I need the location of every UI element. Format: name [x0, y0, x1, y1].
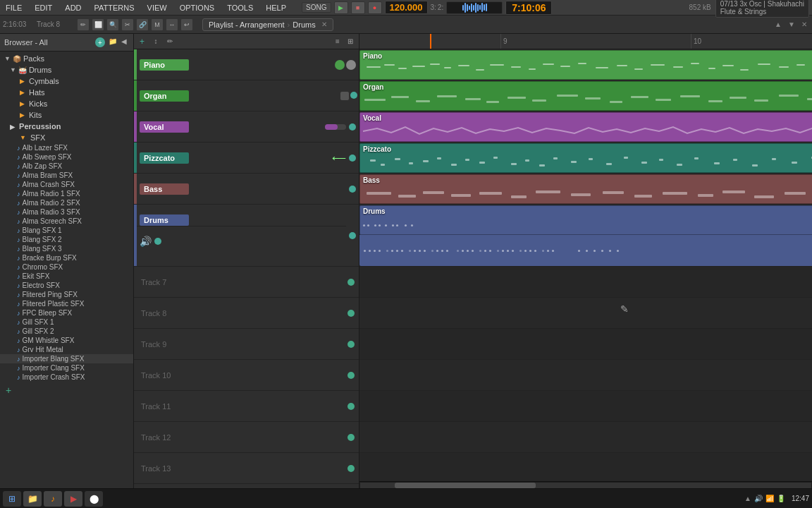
th-playlist-icon[interactable]: ≡ — [332, 36, 343, 47]
menu-help[interactable]: HELP — [263, 2, 289, 13]
playlist-nav-down[interactable]: ▼ — [786, 19, 797, 30]
menu-view[interactable]: VIEW — [144, 2, 170, 13]
piano-clip[interactable]: Piano — [359, 50, 812, 80]
tree-item-hats[interactable]: ▶ Hats — [0, 87, 133, 98]
tb-glue[interactable]: 🔗 — [136, 18, 149, 31]
piano-solo-btn[interactable] — [346, 60, 356, 70]
tb-undo[interactable]: ↩ — [180, 18, 193, 31]
file-alb-zap[interactable]: ♪Alb Zap SFX — [0, 162, 133, 171]
tracks-grid[interactable]: Piano — [359, 49, 812, 481]
drums-mute-btn[interactable] — [349, 232, 356, 239]
bass-clip[interactable]: Bass — [359, 174, 812, 204]
organ-ctrl-2[interactable] — [350, 92, 357, 99]
tree-item-kicks[interactable]: ▶ Kicks — [0, 98, 133, 109]
grid-row-bass[interactable]: Bass — [359, 174, 812, 205]
bass-name-btn[interactable]: Bass — [140, 183, 189, 195]
taskbar-explorer[interactable]: 📁 — [23, 491, 42, 507]
tb-select[interactable]: ⬜ — [92, 18, 104, 31]
tb-zoom[interactable]: 🔍 — [106, 18, 119, 31]
track13-add-btn[interactable] — [347, 465, 355, 472]
track9-add-btn[interactable] — [347, 341, 355, 348]
vocal-ctrl-btn[interactable] — [349, 123, 356, 131]
drums-clip-bottom[interactable] — [359, 235, 812, 266]
track10-add-btn[interactable] — [347, 372, 355, 379]
drums-ctrl-btn[interactable] — [154, 238, 161, 245]
file-importer-blang[interactable]: ♪Importer Blang SFX — [0, 354, 133, 363]
file-alma-radio3[interactable]: ♪Alma Radio 3 SFX — [0, 207, 133, 217]
taskbar-fl[interactable]: ♪ — [44, 491, 62, 507]
tree-item-drums[interactable]: ▼ 🥁 Drums — [0, 64, 133, 75]
menu-edit[interactable]: EDIT — [32, 2, 55, 13]
stop-button[interactable]: ■ — [351, 1, 365, 14]
tree-item-sfx[interactable]: ▼ SFX — [0, 132, 133, 143]
grid-row-8[interactable] — [359, 298, 812, 329]
tree-item-percussion[interactable]: ▶ Percussion — [0, 121, 133, 132]
drums-clip-top[interactable]: Drums — [359, 205, 812, 235]
file-importer-clang[interactable]: ♪Importer Clang SFX — [0, 363, 133, 373]
grid-row-piano[interactable]: Piano — [359, 49, 812, 80]
add-track-btn[interactable]: + — [137, 37, 147, 47]
grid-row-7[interactable] — [359, 267, 812, 298]
browser-add-btn[interactable]: + — [95, 37, 105, 47]
file-gill2[interactable]: ♪Gill SFX 2 — [0, 327, 133, 336]
song-label[interactable]: SONG — [302, 2, 331, 13]
grid-row-11[interactable] — [359, 391, 812, 422]
tb-cut[interactable]: ✂ — [121, 18, 134, 31]
tb-draw[interactable]: ✏ — [77, 18, 90, 31]
playlist-nav-up[interactable]: ▲ — [773, 19, 784, 30]
menu-patterns[interactable]: PATTERNS — [92, 2, 137, 13]
tree-item-cymbals[interactable]: ▶ Cymbals — [0, 75, 133, 87]
file-flitered-plastic[interactable]: ♪Flitered Plastic SFX — [0, 299, 133, 308]
file-ekit[interactable]: ♪Ekit SFX — [0, 272, 133, 281]
browser-folder-btn[interactable]: 📁 — [108, 36, 118, 46]
file-fpc-bleep[interactable]: ♪FPC Bleep SFX — [0, 308, 133, 318]
grid-row-vocal[interactable]: Vocal — [359, 111, 812, 143]
track11-add-btn[interactable] — [347, 403, 355, 410]
drums-speaker-icon[interactable]: 🔊 — [140, 236, 152, 247]
tree-item-packs[interactable]: ▼ 📦 Packs — [0, 53, 133, 64]
file-grv-hit[interactable]: ♪Grv Hit Metal — [0, 345, 133, 354]
drums-name-btn[interactable]: Drums — [140, 214, 189, 226]
tb-mute[interactable]: M — [151, 18, 164, 31]
file-gm-whistle[interactable]: ♪GM Whistle SFX — [0, 336, 133, 345]
file-alma-radio1[interactable]: ♪Alma Radio 1 SFX — [0, 189, 133, 198]
timeline-ruler[interactable]: 9 10 — [359, 34, 812, 49]
file-blang3[interactable]: ♪Blang SFX 3 — [0, 244, 133, 253]
menu-add[interactable]: ADD — [62, 2, 84, 13]
playlist-close[interactable]: ✕ — [799, 20, 809, 30]
organ-name-btn[interactable]: Organ — [140, 90, 189, 102]
organ-clip[interactable]: Organ — [359, 81, 812, 111]
file-electro[interactable]: ♪Electro SFX — [0, 281, 133, 290]
pizzcato-ctrl-btn[interactable] — [349, 155, 356, 162]
piano-mute-btn[interactable] — [335, 60, 345, 70]
file-alb-sweep[interactable]: ♪Alb Sweep SFX — [0, 152, 133, 162]
grid-row-10[interactable] — [359, 360, 812, 391]
vocal-name-btn[interactable]: Vocal — [140, 121, 189, 133]
bpm-display[interactable]: 120.000 — [385, 1, 428, 14]
track8-add-btn[interactable] — [347, 310, 355, 317]
browser-back-btn[interactable]: ◀ — [119, 36, 129, 46]
grid-row-9[interactable] — [359, 329, 812, 360]
start-button[interactable]: ⊞ — [3, 491, 21, 507]
grid-row-12[interactable] — [359, 422, 812, 453]
tb-slip[interactable]: ↔ — [166, 18, 178, 31]
menu-file[interactable]: FILE — [3, 2, 25, 13]
file-blang2[interactable]: ♪Blang SFX 2 — [0, 235, 133, 244]
th-pencil-btn[interactable]: ✏ — [164, 36, 176, 47]
th-move-btn[interactable]: ↕ — [150, 36, 161, 47]
vocal-vol-slider[interactable] — [325, 124, 346, 130]
grid-row-organ[interactable]: Organ — [359, 80, 812, 111]
record-button[interactable]: ● — [368, 1, 382, 14]
grid-row-pizzcato[interactable]: Pizzcato — [359, 143, 812, 174]
grid-row-13[interactable] — [359, 453, 812, 481]
file-alma-crash[interactable]: ♪Alma Crash SFX — [0, 180, 133, 189]
file-importer-crash[interactable]: ♪Importer Crash SFX — [0, 373, 133, 382]
vocal-clip[interactable]: Vocal — [359, 112, 812, 142]
file-alma-screech[interactable]: ♪Alma Screech SFX — [0, 217, 133, 226]
track12-add-btn[interactable] — [347, 434, 355, 441]
organ-ctrl-1[interactable] — [340, 92, 349, 100]
pizzcato-clip[interactable]: Pizzcato — [359, 143, 812, 173]
play-button[interactable]: ▶ — [334, 1, 348, 14]
file-bracke[interactable]: ♪Bracke Burp SFX — [0, 253, 133, 262]
file-alb-lazer[interactable]: ♪Alb Lazer SFX — [0, 143, 133, 152]
